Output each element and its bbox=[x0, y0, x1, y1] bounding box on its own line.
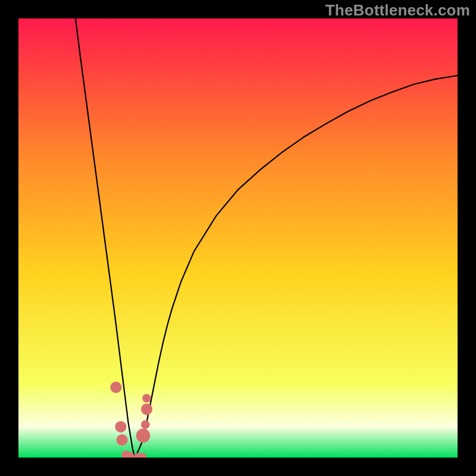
watermark-text: TheBottleneck.com bbox=[325, 1, 470, 20]
marker-point bbox=[115, 421, 126, 433]
chart-svg bbox=[18, 18, 458, 458]
marker-point bbox=[110, 381, 121, 393]
marker-point bbox=[141, 403, 152, 415]
chart-plot-area bbox=[18, 18, 458, 458]
marker-point bbox=[136, 428, 151, 443]
marker-point bbox=[117, 434, 128, 446]
marker-point bbox=[142, 394, 151, 403]
chart-frame: TheBottleneck.com bbox=[0, 0, 476, 476]
marker-point bbox=[141, 420, 150, 429]
